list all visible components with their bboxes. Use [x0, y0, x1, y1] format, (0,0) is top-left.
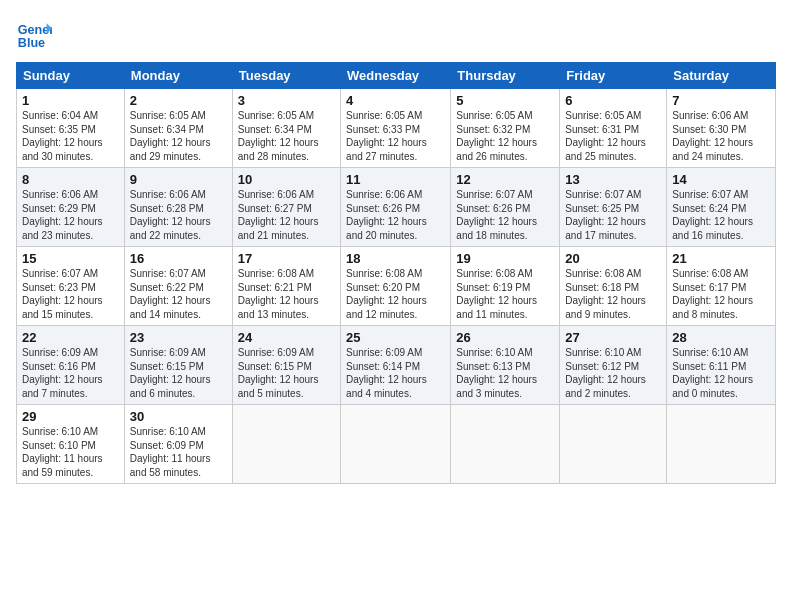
- day-number: 20: [565, 251, 661, 266]
- calendar-week-3: 15Sunrise: 6:07 AMSunset: 6:23 PMDayligh…: [17, 247, 776, 326]
- day-info: Sunrise: 6:10 AMSunset: 6:12 PMDaylight:…: [565, 346, 661, 400]
- day-number: 18: [346, 251, 445, 266]
- calendar-header-monday: Monday: [124, 63, 232, 89]
- day-number: 8: [22, 172, 119, 187]
- day-number: 25: [346, 330, 445, 345]
- page-container: General Blue SundayMondayTuesdayWednesda…: [0, 0, 792, 492]
- day-number: 12: [456, 172, 554, 187]
- calendar-cell: 11Sunrise: 6:06 AMSunset: 6:26 PMDayligh…: [341, 168, 451, 247]
- calendar-cell: 19Sunrise: 6:08 AMSunset: 6:19 PMDayligh…: [451, 247, 560, 326]
- day-info: Sunrise: 6:09 AMSunset: 6:16 PMDaylight:…: [22, 346, 119, 400]
- day-info: Sunrise: 6:09 AMSunset: 6:15 PMDaylight:…: [130, 346, 227, 400]
- day-info: Sunrise: 6:10 AMSunset: 6:09 PMDaylight:…: [130, 425, 227, 479]
- calendar-cell: 29Sunrise: 6:10 AMSunset: 6:10 PMDayligh…: [17, 405, 125, 484]
- calendar-cell: 5Sunrise: 6:05 AMSunset: 6:32 PMDaylight…: [451, 89, 560, 168]
- day-info: Sunrise: 6:07 AMSunset: 6:25 PMDaylight:…: [565, 188, 661, 242]
- calendar-week-4: 22Sunrise: 6:09 AMSunset: 6:16 PMDayligh…: [17, 326, 776, 405]
- calendar-week-1: 1Sunrise: 6:04 AMSunset: 6:35 PMDaylight…: [17, 89, 776, 168]
- calendar-cell: 18Sunrise: 6:08 AMSunset: 6:20 PMDayligh…: [341, 247, 451, 326]
- calendar-cell: 9Sunrise: 6:06 AMSunset: 6:28 PMDaylight…: [124, 168, 232, 247]
- day-info: Sunrise: 6:08 AMSunset: 6:17 PMDaylight:…: [672, 267, 770, 321]
- calendar-cell: 13Sunrise: 6:07 AMSunset: 6:25 PMDayligh…: [560, 168, 667, 247]
- logo-icon: General Blue: [16, 16, 52, 52]
- day-info: Sunrise: 6:07 AMSunset: 6:24 PMDaylight:…: [672, 188, 770, 242]
- calendar-cell: 1Sunrise: 6:04 AMSunset: 6:35 PMDaylight…: [17, 89, 125, 168]
- calendar-cell: 24Sunrise: 6:09 AMSunset: 6:15 PMDayligh…: [232, 326, 340, 405]
- calendar-cell: 10Sunrise: 6:06 AMSunset: 6:27 PMDayligh…: [232, 168, 340, 247]
- header: General Blue: [16, 16, 776, 52]
- day-info: Sunrise: 6:09 AMSunset: 6:15 PMDaylight:…: [238, 346, 335, 400]
- day-info: Sunrise: 6:07 AMSunset: 6:26 PMDaylight:…: [456, 188, 554, 242]
- day-info: Sunrise: 6:06 AMSunset: 6:29 PMDaylight:…: [22, 188, 119, 242]
- day-info: Sunrise: 6:04 AMSunset: 6:35 PMDaylight:…: [22, 109, 119, 163]
- day-info: Sunrise: 6:06 AMSunset: 6:28 PMDaylight:…: [130, 188, 227, 242]
- day-info: Sunrise: 6:05 AMSunset: 6:32 PMDaylight:…: [456, 109, 554, 163]
- calendar-cell: 28Sunrise: 6:10 AMSunset: 6:11 PMDayligh…: [667, 326, 776, 405]
- calendar-header-friday: Friday: [560, 63, 667, 89]
- day-info: Sunrise: 6:06 AMSunset: 6:27 PMDaylight:…: [238, 188, 335, 242]
- day-number: 29: [22, 409, 119, 424]
- day-info: Sunrise: 6:07 AMSunset: 6:23 PMDaylight:…: [22, 267, 119, 321]
- day-number: 14: [672, 172, 770, 187]
- day-number: 3: [238, 93, 335, 108]
- day-number: 22: [22, 330, 119, 345]
- calendar-cell: [560, 405, 667, 484]
- calendar-cell: 15Sunrise: 6:07 AMSunset: 6:23 PMDayligh…: [17, 247, 125, 326]
- calendar-cell: 17Sunrise: 6:08 AMSunset: 6:21 PMDayligh…: [232, 247, 340, 326]
- calendar-table: SundayMondayTuesdayWednesdayThursdayFrid…: [16, 62, 776, 484]
- day-info: Sunrise: 6:07 AMSunset: 6:22 PMDaylight:…: [130, 267, 227, 321]
- day-info: Sunrise: 6:05 AMSunset: 6:34 PMDaylight:…: [130, 109, 227, 163]
- day-number: 21: [672, 251, 770, 266]
- calendar-cell: 12Sunrise: 6:07 AMSunset: 6:26 PMDayligh…: [451, 168, 560, 247]
- day-info: Sunrise: 6:10 AMSunset: 6:11 PMDaylight:…: [672, 346, 770, 400]
- calendar-header-tuesday: Tuesday: [232, 63, 340, 89]
- day-info: Sunrise: 6:10 AMSunset: 6:13 PMDaylight:…: [456, 346, 554, 400]
- calendar-cell: 8Sunrise: 6:06 AMSunset: 6:29 PMDaylight…: [17, 168, 125, 247]
- calendar-cell: 27Sunrise: 6:10 AMSunset: 6:12 PMDayligh…: [560, 326, 667, 405]
- svg-text:Blue: Blue: [18, 36, 45, 50]
- calendar-header-wednesday: Wednesday: [341, 63, 451, 89]
- calendar-cell: [341, 405, 451, 484]
- calendar-cell: 30Sunrise: 6:10 AMSunset: 6:09 PMDayligh…: [124, 405, 232, 484]
- calendar-cell: 14Sunrise: 6:07 AMSunset: 6:24 PMDayligh…: [667, 168, 776, 247]
- calendar-header-sunday: Sunday: [17, 63, 125, 89]
- day-number: 28: [672, 330, 770, 345]
- calendar-cell: [232, 405, 340, 484]
- day-info: Sunrise: 6:08 AMSunset: 6:21 PMDaylight:…: [238, 267, 335, 321]
- calendar-body: 1Sunrise: 6:04 AMSunset: 6:35 PMDaylight…: [17, 89, 776, 484]
- day-number: 5: [456, 93, 554, 108]
- day-number: 13: [565, 172, 661, 187]
- calendar-cell: [451, 405, 560, 484]
- day-number: 2: [130, 93, 227, 108]
- day-number: 6: [565, 93, 661, 108]
- calendar-header-thursday: Thursday: [451, 63, 560, 89]
- calendar-week-2: 8Sunrise: 6:06 AMSunset: 6:29 PMDaylight…: [17, 168, 776, 247]
- calendar-cell: 22Sunrise: 6:09 AMSunset: 6:16 PMDayligh…: [17, 326, 125, 405]
- calendar-cell: 25Sunrise: 6:09 AMSunset: 6:14 PMDayligh…: [341, 326, 451, 405]
- calendar-cell: 21Sunrise: 6:08 AMSunset: 6:17 PMDayligh…: [667, 247, 776, 326]
- day-info: Sunrise: 6:10 AMSunset: 6:10 PMDaylight:…: [22, 425, 119, 479]
- day-info: Sunrise: 6:08 AMSunset: 6:19 PMDaylight:…: [456, 267, 554, 321]
- calendar-cell: 23Sunrise: 6:09 AMSunset: 6:15 PMDayligh…: [124, 326, 232, 405]
- day-number: 9: [130, 172, 227, 187]
- calendar-cell: [667, 405, 776, 484]
- calendar-week-5: 29Sunrise: 6:10 AMSunset: 6:10 PMDayligh…: [17, 405, 776, 484]
- day-number: 23: [130, 330, 227, 345]
- day-number: 11: [346, 172, 445, 187]
- day-number: 7: [672, 93, 770, 108]
- day-info: Sunrise: 6:08 AMSunset: 6:20 PMDaylight:…: [346, 267, 445, 321]
- day-number: 16: [130, 251, 227, 266]
- logo: General Blue: [16, 16, 58, 52]
- day-number: 19: [456, 251, 554, 266]
- day-number: 10: [238, 172, 335, 187]
- calendar-cell: 6Sunrise: 6:05 AMSunset: 6:31 PMDaylight…: [560, 89, 667, 168]
- calendar-cell: 16Sunrise: 6:07 AMSunset: 6:22 PMDayligh…: [124, 247, 232, 326]
- day-number: 1: [22, 93, 119, 108]
- day-number: 30: [130, 409, 227, 424]
- day-number: 26: [456, 330, 554, 345]
- day-info: Sunrise: 6:06 AMSunset: 6:30 PMDaylight:…: [672, 109, 770, 163]
- calendar-cell: 7Sunrise: 6:06 AMSunset: 6:30 PMDaylight…: [667, 89, 776, 168]
- calendar-cell: 20Sunrise: 6:08 AMSunset: 6:18 PMDayligh…: [560, 247, 667, 326]
- calendar-cell: 26Sunrise: 6:10 AMSunset: 6:13 PMDayligh…: [451, 326, 560, 405]
- day-number: 15: [22, 251, 119, 266]
